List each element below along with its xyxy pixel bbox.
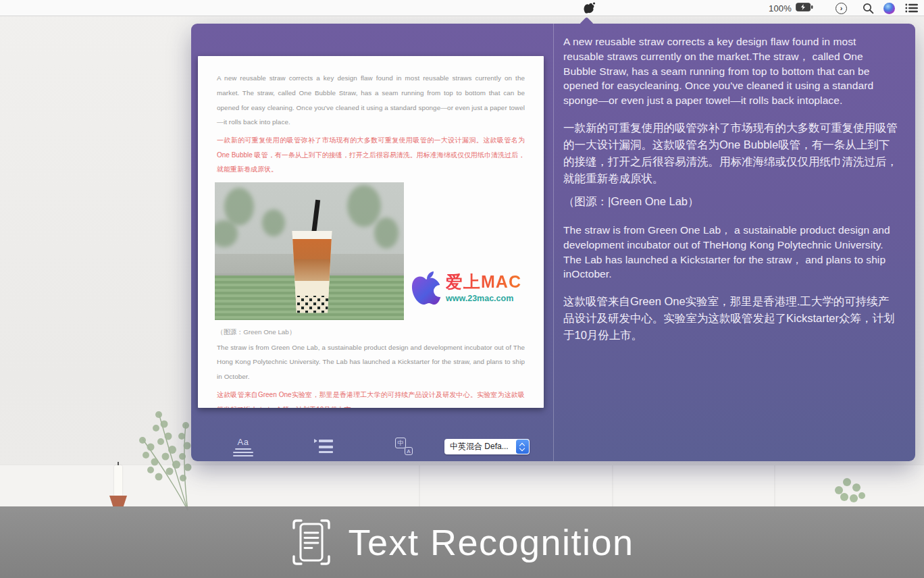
doc-paragraph-en-1: A new reusable straw corrects a key desi… [217, 71, 525, 130]
menu-bar: 100% › [0, 0, 924, 16]
bubble-tea-photo [215, 182, 404, 320]
siri-icon[interactable] [883, 0, 895, 16]
recognized-paragraph-cn-2: 这款吸管来自Green One实验室，那里是香港理.工大学的可持续产品设计及研发… [563, 293, 898, 344]
banner-title: Text Recognition [348, 521, 634, 563]
desktop: 100% › [0, 0, 924, 578]
doc-caption: （图源：Green One Lab） [217, 328, 525, 337]
font-size-icon[interactable]: Aa [233, 437, 253, 456]
candle [108, 462, 128, 508]
language-select-value: 中英混合 Defa... [444, 441, 516, 452]
recognized-paragraph-en-1: A new reusable straw corrects a key desi… [563, 34, 898, 108]
watermark: 爱上MAC www.23mac.com [411, 271, 525, 306]
recognized-paragraph-en-2: The straw is from Green One Lab， a susta… [563, 223, 898, 282]
watermark-url: www.23mac.com [446, 294, 521, 303]
straw [311, 199, 320, 234]
language-select[interactable]: 中英混合 Defa... [444, 439, 530, 454]
watermark-brand: 爱上MAC [446, 271, 521, 293]
cabinet-seam [774, 465, 775, 513]
list-view-icon[interactable] [314, 439, 333, 456]
translate-icon[interactable]: 中A [395, 438, 413, 455]
recognized-source-line: （图源：|Green One Lab） [563, 193, 898, 210]
battery-percent-label: 100% [769, 3, 792, 14]
preview-toolbar: Aa 中A 中英混合 Defa... [191, 434, 553, 461]
text-recognition-popover: A new reusable straw corrects a key desi… [191, 24, 915, 461]
recognized-text-panel[interactable]: A new reusable straw corrects a key desi… [554, 24, 915, 461]
document-preview-page: A new reusable straw corrects a key desi… [198, 56, 544, 408]
doc-paragraph-en-2: The straw is from Green One Lab, a susta… [217, 340, 525, 384]
bubble-tea-cup [290, 231, 334, 315]
text-scanner-app-icon[interactable] [581, 0, 597, 16]
scan-document-icon [290, 517, 333, 568]
eucalyptus-plant [124, 404, 201, 512]
cabinet-seam [419, 465, 420, 513]
doc-paragraph-cn-1: 一款新的可重复使用的吸管弥补了市场现有的大多数可重复使用吸管的一大设计漏洞。这款… [217, 133, 525, 177]
play-circle-icon[interactable]: › [836, 0, 847, 16]
recognized-paragraph-cn-1: 一款新的可重复使用的吸管弥补了市场现有的大多数可重复使用吸管的一大设计漏洞。这款… [563, 120, 898, 187]
apple-logo-icon [411, 271, 442, 306]
battery-charging-icon [796, 2, 813, 14]
feature-banner: Text Recognition [0, 506, 924, 578]
battery-status[interactable]: 100% [769, 0, 813, 16]
doc-paragraph-cn-2: 这款吸管来自Green One实验室，那里是香港理工大学的可持续产品设计及研发中… [217, 388, 525, 408]
search-icon[interactable] [863, 0, 874, 16]
select-stepper-icon [516, 440, 529, 454]
list-icon[interactable] [905, 0, 918, 16]
cabinet-seam [612, 465, 613, 513]
small-plant [825, 470, 873, 509]
